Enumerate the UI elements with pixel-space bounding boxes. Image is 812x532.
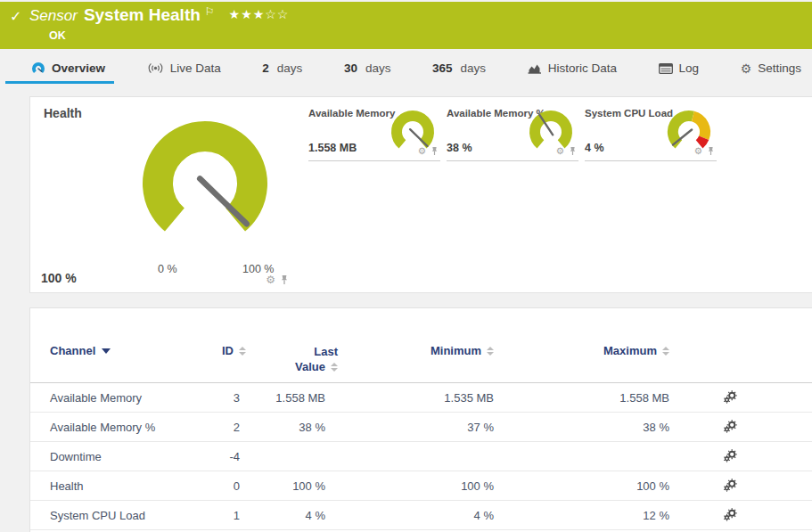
cell-id: -4	[209, 450, 249, 463]
channel-table-panel: Channel ID Last Value Minimum Maximum Av…	[29, 307, 812, 532]
tab-label: Settings	[758, 61, 801, 75]
pin-icon[interactable]	[431, 146, 439, 156]
tab-live-data[interactable]: Live Data	[145, 57, 223, 84]
tab-number: 2	[262, 61, 269, 75]
cell-id: 0	[209, 479, 249, 493]
status-badge: OK	[49, 29, 66, 42]
channel-settings-icon[interactable]	[723, 479, 738, 493]
gauge-value: 4 %	[585, 142, 604, 154]
tab-label: Live Data	[170, 61, 221, 75]
sort-icon	[662, 347, 669, 356]
column-header-id[interactable]: ID	[209, 344, 249, 357]
gauge-system-cpu-load[interactable]: System CPU Load 4 % ⚙	[585, 102, 717, 161]
cell-maximum: 38 %	[501, 421, 677, 434]
cell-minimum: 4 %	[338, 509, 501, 522]
gauges-panel: Health 0 % 100 % 100 % ⚙ Available Memor…	[29, 96, 812, 293]
tab-log[interactable]: Log	[657, 57, 701, 84]
column-header-minimum[interactable]: Minimum	[338, 344, 501, 357]
gauge-value: 1.558 MB	[308, 142, 357, 154]
tab-label: Historic Data	[548, 61, 617, 75]
tab-overview[interactable]: Overview	[29, 57, 107, 84]
table-row[interactable]: Health 0 100 % 100 % 100 %	[30, 471, 812, 501]
tab-label: days	[277, 61, 303, 75]
column-header-maximum[interactable]: Maximum	[501, 344, 677, 357]
cell-last-value: 100 %	[249, 479, 338, 493]
column-header-label: Maximum	[603, 344, 657, 357]
channel-settings-icon[interactable]	[723, 390, 738, 405]
pin-icon[interactable]	[280, 274, 289, 285]
cell-channel[interactable]: Available Memory %	[50, 421, 209, 434]
priority-flag-icon[interactable]: ⚐	[205, 5, 215, 18]
column-header-channel[interactable]: Channel	[50, 344, 209, 357]
sensor-title-line: SensorSystem Health⚐★★★☆☆	[29, 5, 289, 25]
column-header-label: Minimum	[431, 344, 481, 357]
cell-channel[interactable]: Health	[50, 479, 209, 493]
gauge-settings-gear-icon[interactable]: ⚙	[556, 146, 564, 156]
table-row[interactable]: Downtime -4	[30, 442, 812, 471]
gauge-value: 100 %	[41, 271, 77, 285]
sort-icon	[487, 347, 494, 356]
cell-last-value: 4 %	[249, 509, 338, 522]
column-header-label: Last	[314, 344, 338, 359]
small-gauges-row: Available Memory 1.558 MB ⚙ Available Me…	[308, 102, 717, 161]
tab-settings[interactable]: ⚙ Settings	[739, 57, 803, 84]
sensor-header: ✓ SensorSystem Health⚐★★★☆☆ OK	[0, 2, 812, 49]
channel-settings-icon[interactable]	[723, 508, 738, 522]
gauge-axis-min: 0 %	[158, 263, 177, 275]
cell-channel[interactable]: Available Memory	[50, 391, 209, 405]
stars-empty[interactable]: ☆☆	[265, 7, 289, 21]
channel-settings-icon[interactable]	[723, 449, 738, 463]
health-gauge[interactable]	[137, 119, 273, 252]
gauge-available-memory[interactable]: Available Memory 1.558 MB ⚙	[308, 102, 440, 161]
tab-label: Overview	[52, 61, 105, 75]
check-icon: ✓	[10, 8, 21, 25]
cell-id: 1	[209, 509, 249, 522]
gauge-settings-gear-icon[interactable]: ⚙	[694, 146, 702, 156]
table-header-row: Channel ID Last Value Minimum Maximum	[30, 308, 812, 383]
sort-icon	[239, 347, 246, 356]
tab-2-days[interactable]: 2 days	[260, 57, 304, 84]
cell-minimum: 1.535 MB	[338, 391, 501, 405]
tab-label: days	[365, 61, 391, 75]
tab-label: Log	[679, 61, 700, 75]
gauge-value: 38 %	[447, 142, 472, 154]
log-icon	[659, 63, 673, 74]
cell-channel[interactable]: Downtime	[50, 450, 209, 463]
table-row[interactable]: Available Memory % 2 38 % 37 % 38 %	[30, 413, 812, 442]
page-title: System Health	[84, 5, 201, 24]
tab-number: 30	[344, 61, 357, 75]
table-row[interactable]: System CPU Load 1 4 % 4 % 12 %	[30, 501, 812, 530]
tab-number: 365	[432, 61, 453, 75]
cell-maximum: 12 %	[501, 509, 677, 522]
gauge-title: Health	[44, 106, 82, 120]
cell-last-value: 1.558 MB	[249, 391, 338, 405]
gauge-settings-gear-icon[interactable]: ⚙	[266, 274, 275, 285]
stars-filled[interactable]: ★★★	[229, 7, 266, 21]
cell-id: 2	[209, 421, 249, 434]
tab-365-days[interactable]: 365 days	[431, 57, 488, 84]
cell-channel[interactable]: System CPU Load	[50, 509, 209, 522]
cell-minimum: 37 %	[338, 421, 501, 434]
tab-30-days[interactable]: 30 days	[342, 57, 393, 84]
column-header-label: Value	[295, 359, 325, 374]
gauge-available-memory-pct[interactable]: Available Memory % 38 % ⚙	[447, 102, 578, 161]
cell-maximum: 1.558 MB	[501, 391, 677, 405]
cell-maximum: 100 %	[501, 479, 677, 493]
tab-label: days	[461, 61, 487, 75]
pin-icon[interactable]	[569, 146, 577, 156]
column-header-last-value[interactable]: Last Value	[249, 344, 338, 374]
health-gauge-block[interactable]: Health 0 % 100 % 100 % ⚙	[30, 97, 308, 292]
pin-icon[interactable]	[707, 146, 715, 156]
column-header-label: ID	[222, 344, 234, 357]
table-row[interactable]: Available Memory 3 1.558 MB 1.535 MB 1.5…	[30, 383, 812, 413]
column-header-label: Channel	[50, 344, 95, 357]
tab-historic-data[interactable]: Historic Data	[526, 57, 619, 84]
gauge-icon	[31, 62, 45, 75]
cell-last-value: 38 %	[249, 421, 338, 434]
sort-active-icon	[102, 348, 111, 354]
priority-stars[interactable]: ★★★☆☆	[229, 7, 290, 21]
channel-settings-icon[interactable]	[723, 420, 738, 434]
broadcast-icon	[147, 62, 164, 74]
gauge-settings-gear-icon[interactable]: ⚙	[418, 146, 426, 156]
tab-bar: Overview Live Data 2 days 30 days 365 da…	[29, 57, 803, 87]
